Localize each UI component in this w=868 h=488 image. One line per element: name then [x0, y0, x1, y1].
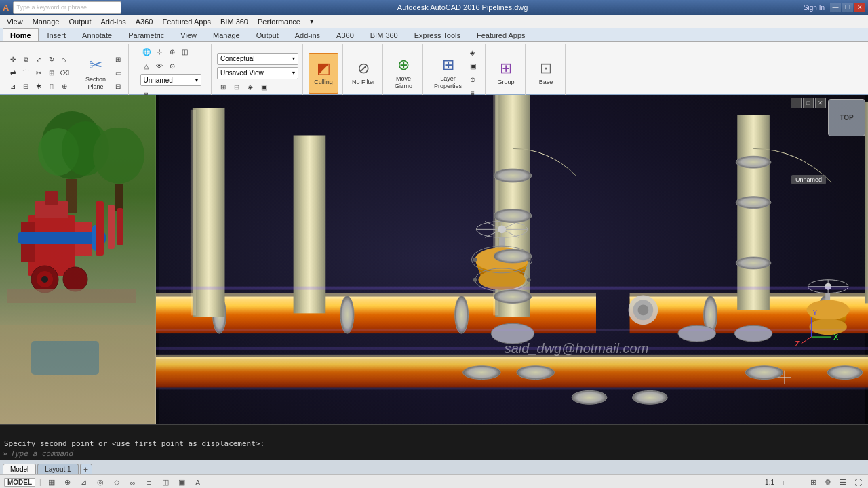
move-gizmo-button[interactable]: ⊕ MoveGizmo: [389, 53, 418, 94]
section-plane-button[interactable]: ✂ SectionPlane: [81, 53, 111, 94]
break-btn[interactable]: ⌷: [45, 81, 58, 93]
polar-tracking-btn[interactable]: ◎: [94, 476, 106, 489]
move-btn[interactable]: ✛: [7, 54, 19, 66]
add-jog-btn[interactable]: ⊞: [112, 54, 124, 66]
tab-express[interactable]: Express Tools: [407, 28, 468, 41]
copy-btn[interactable]: ⧉: [20, 54, 32, 66]
add-tab-button[interactable]: +: [80, 464, 92, 474]
menu-a360[interactable]: A360: [132, 16, 157, 27]
menu-manage[interactable]: Manage: [28, 16, 64, 27]
annotation-monitor-btn[interactable]: A: [192, 476, 204, 489]
svg-point-51: [473, 258, 477, 262]
workspace-btn[interactable]: ⚙: [822, 476, 834, 489]
pipeline-3d-scene[interactable]: X Y Z TOP _ □ ✕ Unnamed said_dwg: [156, 95, 868, 424]
menu-featured[interactable]: Featured Apps: [158, 16, 215, 27]
generate-section-btn[interactable]: ⊟: [112, 81, 124, 93]
ucs-view-btn[interactable]: 👁: [153, 60, 165, 72]
scale-btn[interactable]: ⤡: [58, 54, 71, 66]
menu-addins[interactable]: Add-ins: [96, 16, 130, 27]
ucs-icon-btn[interactable]: ⊕: [166, 45, 178, 58]
tab-view[interactable]: View: [173, 28, 204, 41]
menu-bim360[interactable]: BIM 360: [216, 16, 252, 27]
ground: [0, 325, 155, 424]
navcube[interactable]: TOP: [828, 99, 865, 136]
tab-featured[interactable]: Featured Apps: [469, 28, 533, 41]
model-tab[interactable]: Model: [3, 464, 36, 474]
base-button[interactable]: ⊡ Base: [531, 53, 561, 94]
vp-extra-btn2[interactable]: ⊟: [231, 81, 243, 94]
coordinates-dropdown[interactable]: Unnamed: [140, 74, 201, 86]
view-dropdown[interactable]: Unsaved View: [217, 67, 298, 79]
search-box[interactable]: Type a keyword or phrase: [13, 1, 121, 14]
restore-button[interactable]: ❐: [842, 3, 853, 12]
ucs-face-btn[interactable]: ◫: [179, 45, 191, 58]
tab-a360[interactable]: A360: [329, 28, 361, 41]
no-filter-button[interactable]: ⊘ No Filter: [349, 53, 378, 94]
minimize-button[interactable]: —: [830, 3, 841, 12]
culling-button[interactable]: ◩ Culling: [309, 53, 338, 94]
selection-cycling-btn[interactable]: ▣: [176, 476, 188, 489]
section-solid-btn[interactable]: ▭: [112, 67, 124, 79]
vp-extra-btn4[interactable]: ▣: [258, 81, 270, 94]
tab-addins[interactable]: Add-ins: [288, 28, 328, 41]
mirror-btn[interactable]: ⇌: [7, 67, 19, 79]
zoom-in-btn[interactable]: +: [777, 476, 789, 489]
snap-mode-btn[interactable]: ⊕: [62, 476, 74, 489]
visual-style-dropdown[interactable]: Conceptual: [217, 53, 298, 65]
ucs-btn[interactable]: ⊹: [153, 45, 165, 58]
tab-home[interactable]: Home: [3, 28, 39, 41]
layer-properties-button[interactable]: ⊞ LayerProperties: [431, 53, 465, 94]
rotate-btn[interactable]: ↻: [45, 54, 58, 66]
ortho-mode-btn[interactable]: ⊿: [78, 476, 90, 489]
vp-minimize-btn[interactable]: _: [791, 98, 802, 108]
explode-btn[interactable]: ✱: [33, 81, 45, 93]
menu-output[interactable]: Output: [64, 16, 95, 27]
zoom-out-btn[interactable]: −: [792, 476, 804, 489]
vp-close-btn[interactable]: ✕: [815, 98, 826, 108]
lineweight-btn[interactable]: ≡: [143, 476, 155, 489]
command-input[interactable]: [10, 449, 865, 458]
tab-bim360[interactable]: BIM 360: [363, 28, 406, 41]
stretch-btn[interactable]: ⤢: [33, 54, 45, 66]
menu-view[interactable]: View: [3, 16, 27, 27]
osnap-btn[interactable]: ◇: [111, 476, 123, 489]
tab-output[interactable]: Output: [249, 28, 286, 41]
svg-text:Z: Z: [795, 340, 800, 348]
tab-manage[interactable]: Manage: [205, 28, 248, 41]
erase-btn[interactable]: ⌫: [58, 67, 71, 79]
fillet-btn[interactable]: ⌒: [20, 67, 32, 79]
model-space-button[interactable]: MODEL: [4, 478, 35, 487]
group-button[interactable]: ⊞ Group: [491, 53, 521, 94]
ucs-3pt-btn[interactable]: △: [140, 60, 153, 72]
menu-performance[interactable]: Performance: [254, 16, 304, 27]
offset-btn[interactable]: ⊟: [20, 81, 32, 93]
layer-btn2[interactable]: ▣: [467, 60, 479, 73]
fullscreen-btn[interactable]: ⛶: [852, 476, 864, 489]
tab-insert[interactable]: Insert: [40, 28, 74, 41]
trim-btn[interactable]: ✂: [33, 67, 45, 79]
sign-in-button[interactable]: Sign In: [804, 4, 825, 12]
otrack-btn[interactable]: ∞: [127, 476, 139, 489]
ui-settings-btn[interactable]: ☰: [837, 476, 849, 489]
array-btn[interactable]: ⊞: [45, 67, 58, 79]
menu-more[interactable]: ▾: [306, 16, 318, 27]
tab-annotate[interactable]: Annotate: [75, 28, 119, 41]
world-ucs-btn[interactable]: 🌐: [140, 45, 153, 58]
close-button[interactable]: ✕: [854, 3, 865, 12]
vp-extra-btn1[interactable]: ⊞: [217, 81, 229, 94]
vp-extra-btn3[interactable]: ◈: [244, 81, 256, 94]
transparency-btn[interactable]: ◫: [159, 476, 172, 489]
layout1-tab[interactable]: Layout 1: [37, 464, 78, 474]
svg-rect-38: [737, 115, 770, 310]
chamfer-btn[interactable]: ⊿: [7, 81, 19, 93]
grid-display-btn[interactable]: ▦: [45, 476, 58, 489]
viewport[interactable]: X Y Z TOP _ □ ✕ Unnamed said_dwg: [0, 95, 868, 424]
ucs-origin-btn[interactable]: ⊙: [166, 60, 178, 72]
vp-controls-btn[interactable]: ⊞: [807, 476, 819, 489]
layer-btn1[interactable]: ◈: [467, 47, 479, 59]
layer-btn3[interactable]: ⊙: [467, 74, 479, 86]
ribbon: Home Insert Annotate Parametric View Man…: [0, 28, 868, 95]
tab-parametric[interactable]: Parametric: [121, 28, 172, 41]
vp-restore-btn[interactable]: □: [803, 98, 814, 108]
join-btn[interactable]: ⊕: [58, 81, 71, 93]
